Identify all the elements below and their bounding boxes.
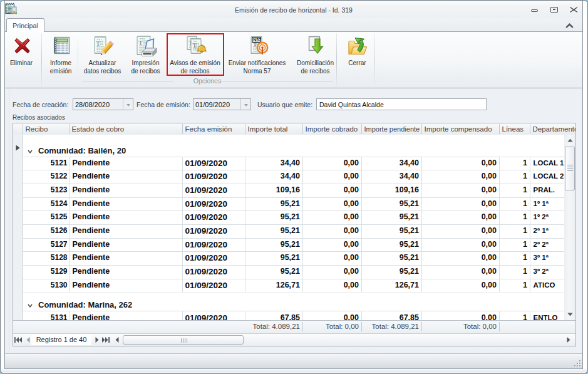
svg-text:N57: N57 (253, 38, 261, 42)
svg-text:T: T (96, 40, 100, 47)
svg-text:T: T (138, 39, 143, 46)
